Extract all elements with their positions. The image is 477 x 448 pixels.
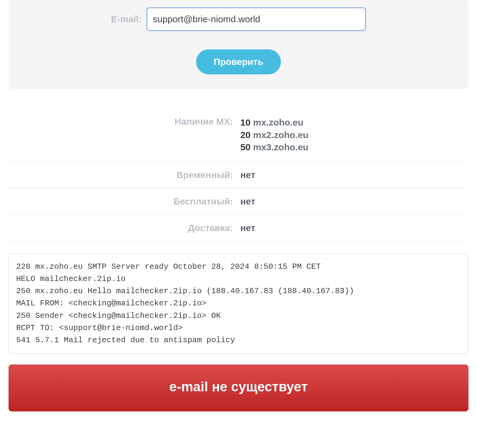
email-check-form: E-mail: Проверить: [9, 0, 468, 89]
mx-priority: 10: [240, 117, 253, 127]
temporary-value: нет: [240, 170, 468, 180]
result-row-temporary: Временный: нет: [9, 162, 468, 188]
mx-host: mx3.zoho.eu: [253, 142, 309, 152]
mx-host: mx2.zoho.eu: [253, 130, 309, 140]
temporary-label: Временный:: [9, 170, 240, 180]
email-label: E-mail:: [111, 14, 142, 24]
delivery-label: Доставка:: [9, 223, 240, 233]
mx-record: 10 mx.zoho.eu: [240, 116, 468, 129]
mx-label: Наличие MX:: [9, 116, 240, 127]
result-banner: e-mail не существует: [9, 364, 468, 411]
result-row-free: Бесплатный: нет: [9, 188, 468, 215]
smtp-log: 220 mx.zoho.eu SMTP Server ready October…: [9, 254, 468, 354]
mx-host: mx.zoho.eu: [253, 117, 303, 127]
free-label: Бесплатный:: [9, 196, 240, 207]
result-row-delivery: Доставка: нет: [9, 215, 468, 241]
mx-value: 10 mx.zoho.eu20 mx2.zoho.eu50 mx3.zoho.e…: [240, 116, 468, 154]
email-input[interactable]: [146, 7, 366, 31]
mx-priority: 50: [240, 142, 253, 152]
delivery-value: нет: [240, 223, 468, 233]
mx-priority: 20: [240, 130, 253, 140]
input-row: E-mail:: [9, 7, 468, 31]
results-table: Наличие MX: 10 mx.zoho.eu20 mx2.zoho.eu5…: [9, 113, 468, 241]
submit-row: Проверить: [9, 49, 468, 74]
mx-record: 20 mx2.zoho.eu: [240, 129, 468, 141]
free-value: нет: [240, 196, 468, 207]
mx-record: 50 mx3.zoho.eu: [240, 141, 468, 154]
result-row-mx: Наличие MX: 10 mx.zoho.eu20 mx2.zoho.eu5…: [9, 113, 468, 162]
check-button[interactable]: Проверить: [196, 49, 281, 74]
